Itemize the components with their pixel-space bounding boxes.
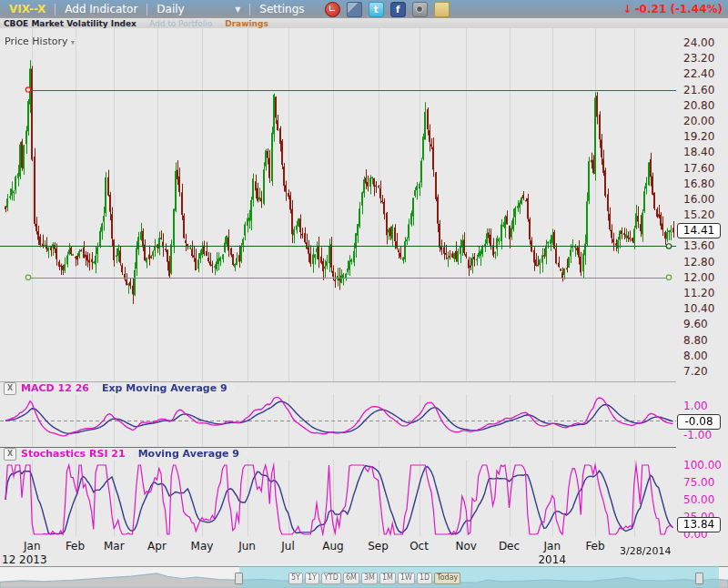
navigator-right-handle[interactable]	[695, 573, 703, 584]
price-chart-canvas[interactable]	[0, 28, 676, 382]
month-label: Sep	[368, 540, 389, 553]
price-axis-label: 15.20	[683, 208, 714, 222]
stoch-chart-canvas[interactable]	[0, 460, 676, 536]
price-axis-label: 17.60	[683, 161, 714, 176]
symbol-label[interactable]: VIX--X	[0, 3, 55, 15]
month-label: Oct	[410, 540, 429, 553]
range-button-today[interactable]: Today	[434, 573, 460, 584]
price-axis-label: 9.60	[683, 317, 708, 331]
chevron-down-icon: ▾	[232, 384, 236, 392]
stoch-value-box: 13.84	[677, 517, 721, 532]
share-icons: t f	[325, 2, 450, 17]
price-axis-label: 16.80	[683, 177, 714, 191]
price-axis-label: 12.80	[683, 255, 714, 269]
price-axis-label: 10.40	[683, 301, 714, 316]
price-axis-label: 20.00	[683, 114, 714, 128]
stoch-axis-label: 50.00	[683, 492, 714, 507]
cube-icon[interactable]	[347, 2, 362, 17]
month-label: Jan	[544, 540, 561, 553]
note-icon[interactable]	[434, 2, 450, 17]
stoch-dropdown[interactable]: Stochastics RSI 21	[21, 448, 126, 460]
price-axis-label: 12.00	[683, 270, 714, 285]
add-to-portfolio-link[interactable]: Add to Portfolio	[149, 19, 212, 28]
month-label: Jan	[24, 540, 41, 553]
price-axis-label: 21.60	[683, 83, 714, 97]
month-label: Feb	[585, 540, 604, 553]
drawings-link[interactable]: Drawings	[225, 19, 268, 28]
price-axis-label: 19.20	[683, 129, 714, 144]
instrument-name: CBOE Market Volatility Index	[4, 19, 136, 28]
chevron-down-icon: ▾	[71, 38, 75, 46]
range-button-6m[interactable]: 6M	[343, 573, 359, 584]
price-axis-label: 16.00	[683, 192, 714, 207]
price-axis-label: 13.60	[683, 238, 714, 253]
price-change: ↓ -0.21 (-1.44%)	[623, 3, 723, 15]
twitter-icon[interactable]: t	[369, 2, 384, 17]
price-axis-label: 24.00	[683, 35, 714, 50]
range-button-1y[interactable]: 1Y	[305, 573, 319, 584]
toolbar: VIX--X Add Indicator Daily ▼ Settings t …	[0, 0, 728, 18]
macd-axis-label: 1.00	[683, 399, 708, 413]
navigator-left-handle[interactable]	[235, 573, 243, 584]
xaxis-year-right: 2014	[538, 553, 566, 566]
chevron-down-icon: ▾	[244, 450, 248, 458]
range-button-1d[interactable]: 1D	[417, 573, 432, 584]
chevron-down-icon: ▾	[130, 450, 134, 458]
xaxis-year-left: 12 2013	[2, 553, 47, 566]
price-axis-label: 11.20	[683, 286, 714, 300]
settings-button[interactable]: Settings	[250, 3, 313, 15]
camera-icon[interactable]	[412, 2, 428, 17]
range-button-1m[interactable]: 1M	[379, 573, 396, 584]
month-label: Apr	[147, 540, 167, 553]
stoch-axis-label: 100.00	[683, 458, 722, 472]
stoch-axis-label: 75.00	[683, 475, 714, 490]
stoch-header: X Stochastics RSI 21 ▾ Moving Average 9 …	[0, 448, 248, 460]
facebook-icon[interactable]: f	[390, 2, 406, 17]
range-button-1w[interactable]: 1W	[398, 573, 415, 584]
subheader: CBOE Market Volatility Index Add to Port…	[0, 18, 728, 28]
price-axis-label: 7.20	[683, 364, 708, 379]
month-label: Dec	[499, 540, 520, 553]
month-label: Feb	[66, 540, 85, 553]
macd-chart-canvas[interactable]	[0, 394, 676, 446]
price-axis-label: 23.20	[683, 51, 714, 66]
month-label: Mar	[104, 540, 125, 553]
price-axis-label: 18.40	[683, 145, 714, 159]
period-dropdown[interactable]: Daily ▼	[147, 3, 249, 15]
range-button-5y[interactable]: 5Y	[288, 573, 303, 584]
macd-dropdown[interactable]: MACD 12 26	[21, 382, 89, 394]
price-axis-label: 22.40	[683, 66, 714, 81]
macd-header: X MACD 12 26 ▾ Exp Moving Average 9 ▾	[0, 382, 236, 394]
last-date-label: 3/28/2014	[620, 545, 671, 557]
month-label: Jun	[238, 540, 256, 553]
price-axis-label: 8.80	[683, 333, 708, 348]
alarm-icon[interactable]	[325, 2, 340, 17]
charting-app-window: VIX--X Add Indicator Daily ▼ Settings t …	[0, 0, 728, 588]
macd-value-box: -0.08	[677, 414, 721, 430]
down-arrow-icon: ↓	[623, 3, 632, 15]
price-axis-label: 20.80	[683, 98, 714, 113]
price-axis-label: 8.00	[683, 349, 708, 363]
last-price-box: 14.41	[677, 223, 721, 238]
range-button-ytd[interactable]: YTD	[321, 573, 341, 584]
chevron-down-icon: ▾	[94, 384, 97, 392]
month-label: May	[191, 540, 214, 553]
close-icon[interactable]: X	[4, 382, 16, 395]
stoch-ma-dropdown[interactable]: Moving Average 9	[138, 448, 239, 460]
price-history-dropdown[interactable]: Price History ▾	[5, 35, 75, 47]
close-icon[interactable]: X	[4, 448, 16, 461]
month-label: Aug	[322, 540, 343, 553]
price-history-label: Price History	[5, 35, 67, 47]
macd-ema-dropdown[interactable]: Exp Moving Average 9	[102, 382, 228, 394]
range-buttons: 5Y1YYTD6M3M1M1W1DToday	[288, 573, 460, 584]
add-indicator-button[interactable]: Add Indicator	[56, 3, 147, 15]
change-value: -0.21 (-1.44%)	[635, 3, 723, 15]
macd-axis-label: -1.00	[683, 428, 712, 442]
range-button-3m[interactable]: 3M	[361, 573, 378, 584]
month-label: Nov	[456, 540, 477, 553]
period-label: Daily	[157, 3, 184, 15]
chevron-down-icon: ▼	[235, 5, 240, 14]
month-label: Jul	[281, 540, 294, 553]
